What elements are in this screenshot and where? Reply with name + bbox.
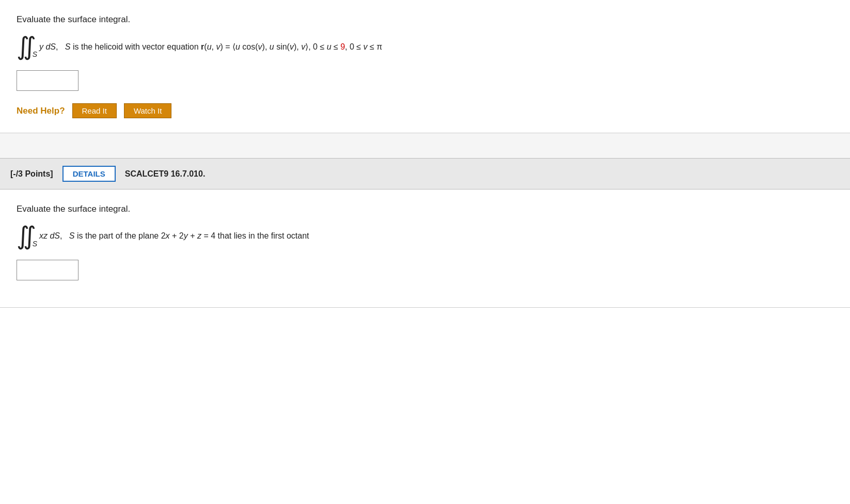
problem-2-section: Evaluate the surface integral. ∬S xz dS,… xyxy=(0,190,850,308)
problem-1-intro: Evaluate the surface integral. xyxy=(17,14,833,25)
double-integral-symbol-2: ∬S xyxy=(17,224,36,248)
problem-1-integrand: y dS, S is the helicoid with vector equa… xyxy=(39,42,382,52)
watch-it-button[interactable]: Watch It xyxy=(124,103,171,118)
problem-2-integrand: xz dS, S is the part of the plane 2x + 2… xyxy=(39,231,309,241)
details-button[interactable]: DETAILS xyxy=(62,166,116,182)
double-integral-symbol: ∬S xyxy=(17,34,36,59)
need-help-row: Need Help? Read It Watch It xyxy=(17,103,833,118)
integral-subscript-s-2: S xyxy=(33,240,37,247)
problem-2-intro: Evaluate the surface integral. xyxy=(17,204,833,214)
spacer xyxy=(0,133,850,158)
problem-1-integral: ∬S y dS, S is the helicoid with vector e… xyxy=(17,34,833,59)
problem-1-answer-input[interactable] xyxy=(17,70,78,91)
problem-1-section: Evaluate the surface integral. ∬S y dS, … xyxy=(0,0,850,133)
problem-2-answer-input[interactable] xyxy=(17,260,78,280)
points-label: [-/3 Points] xyxy=(10,169,53,179)
problem-id: SCALCET9 16.7.010. xyxy=(125,169,206,179)
integral-subscript-s: S xyxy=(33,51,37,58)
problem-2-integral: ∬S xz dS, S is the part of the plane 2x … xyxy=(17,224,833,248)
problem-2-header: [-/3 Points] DETAILS SCALCET9 16.7.010. xyxy=(0,158,850,190)
need-help-label: Need Help? xyxy=(17,106,65,116)
read-it-button[interactable]: Read It xyxy=(72,103,117,118)
